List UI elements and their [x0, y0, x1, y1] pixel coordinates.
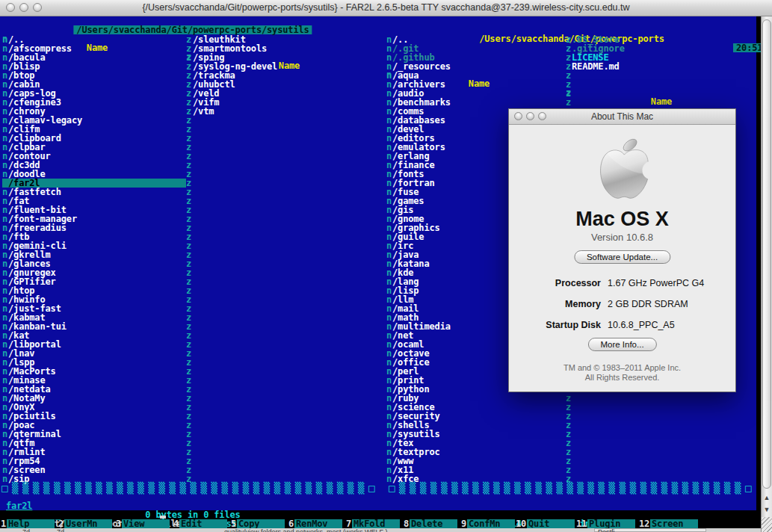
- right-panel-file-list-col2: .DS_Store.gitignoreLICENSEREADME.md: [572, 35, 625, 71]
- panel-totals-row: 0 bytes in 0 files 14 685 bytes in 4 fil…: [0, 501, 756, 510]
- copyright-line: TM and © 1983–2011 Apple Inc.: [509, 363, 735, 372]
- fkey-number: 8: [404, 519, 409, 528]
- background-text-fragment: quality/view folders and networks. most …: [224, 528, 388, 532]
- fkey-number: 9: [461, 519, 466, 528]
- file-item[interactable]: /screen: [8, 466, 186, 474]
- scroll-up-arrow-icon[interactable]: ▲: [762, 492, 772, 504]
- fkey-number: 1: [1, 519, 6, 528]
- fkey-help-button[interactable]: Help: [7, 519, 55, 528]
- background-window-sliver: 7d 7d quality/view folders and networks.…: [0, 528, 761, 532]
- col-header-name-4: Name: [651, 97, 672, 106]
- fkey-confmn-button[interactable]: ConfMn: [467, 519, 515, 528]
- file-item[interactable]: /libportal: [8, 340, 186, 349]
- os-version: Version 10.6.8: [509, 232, 735, 243]
- right-panel-file-list-col1: /../.git/.github/_resources/aqua/archive…: [392, 35, 451, 483]
- file-item[interactable]: /qterminal: [8, 430, 186, 439]
- background-text-fragment: 7d: [22, 528, 30, 532]
- file-item[interactable]: /NotaMy: [8, 394, 186, 403]
- right-panel-scroll-glyphs: □▒▒▒▒▒▒▒▒▒▒▒▒▒▒▒▒▒▒▒▒▒▒▒▒▒▒▒▒▒▒▒▒▒□: [389, 483, 756, 492]
- left-panel-file-list-col2: /sleuthkit/smartmontools/sping/syslog-ng…: [193, 35, 277, 116]
- file-item[interactable]: /GPTifier: [8, 277, 186, 286]
- spec-value: 10.6.8_PPC_A5: [608, 320, 675, 330]
- fkey-delete-button[interactable]: Delete: [410, 519, 457, 528]
- left-panel-border-column: nnnnnnnnnnnnnnnnnnnnnnnnnnnnnnnnnnnnnnnn…: [2, 35, 7, 483]
- file-item[interactable]: /freeradius: [8, 223, 186, 232]
- about-dialog-title: About This Mac: [509, 111, 735, 122]
- fkey-number: 4: [173, 519, 179, 528]
- window-scrollbar[interactable]: ▲ ▼: [761, 16, 772, 532]
- fkey-number: 5: [231, 519, 236, 528]
- panel-headers-row: /Users/svacchanda/Git/powerpc-ports/sysu…: [0, 16, 756, 25]
- file-item[interactable]: /vtm: [193, 107, 277, 116]
- window-resize-grip-icon[interactable]: [761, 517, 772, 532]
- left-panel-separator-column: zzzzzzzzzzzzzzzzzzzzzzzzzzzzzzzzzzzzzzzz…: [186, 35, 191, 483]
- fkey-copy-button[interactable]: Copy: [237, 519, 285, 528]
- spec-label: Memory: [565, 299, 601, 309]
- col-header-name-2: Name: [279, 61, 300, 70]
- background-text-fragment: 7d: [57, 528, 64, 532]
- spec-value: 2 GB DDR SDRAM: [608, 299, 688, 309]
- screen: {/Users/svacchanda/Git/powerpc-ports/sys…: [0, 0, 772, 532]
- terminal-titlebar: {/Users/svacchanda/Git/powerpc-ports/sys…: [0, 0, 772, 16]
- more-info-button[interactable]: More Info...: [587, 338, 656, 351]
- file-item[interactable]: /blisp: [8, 62, 186, 71]
- column-header-row: n Name z Name n Name z Name: [0, 25, 756, 34]
- os-name: Mac OS X: [509, 208, 735, 231]
- panel-status-row: far2l _ _ _ _ svacch staff Folder 18-09-…: [0, 492, 756, 501]
- file-item[interactable]: /kanban-tui: [8, 322, 186, 331]
- col-header-name-3: Name: [469, 79, 490, 88]
- fkey-number: 2: [58, 519, 64, 528]
- fkey-edit-button[interactable]: Edit: [179, 519, 227, 528]
- background-text-fragment: Postfi: [598, 528, 615, 532]
- fkey-number: 10: [516, 519, 526, 528]
- fkey-plugin-button[interactable]: Plugin: [587, 519, 635, 528]
- scroll-down-arrow-icon[interactable]: ▼: [762, 504, 772, 516]
- clock: 20:51: [733, 43, 761, 52]
- fkey-quit-button[interactable]: Quit: [527, 519, 575, 528]
- fkey-view-button[interactable]: View: [122, 519, 170, 528]
- middle-border-column: nnnnnnnnnnnnnnnnnnnnnnnnnnnnnnnnnnnnnnnn…: [386, 35, 392, 483]
- window-title: {/Users/svacchanda/Git/powerpc-ports/sys…: [0, 2, 772, 13]
- fkey-number: 6: [288, 519, 294, 528]
- left-panel-scroll-glyphs: □▒▒▒▒▒▒▒▒▒▒▒▒▒▒▒▒▒▒▒▒▒▒▒▒▒▒▒▒▒▒▒▒▒▒□: [1, 483, 379, 492]
- function-keybar: 1Help2UserMn3View4Edit5Copy6RenMov7MkFol…: [0, 519, 756, 528]
- scrollbar-thumb[interactable]: [762, 19, 771, 489]
- fkey-renmov-button[interactable]: RenMov: [294, 519, 342, 528]
- about-dialog-titlebar: About This Mac: [509, 109, 735, 125]
- fkey-number: 12: [639, 519, 649, 528]
- apple-logo-icon: [594, 132, 652, 206]
- fkey-usermn-button[interactable]: UserMn: [64, 519, 112, 528]
- terminal-cursor: [160, 516, 166, 519]
- fkey-screen-button[interactable]: Screen: [650, 519, 698, 528]
- left-panel-file-list-col1: /../afscompress/bacula/blisp/btop/cabin/…: [8, 35, 186, 483]
- file-item[interactable]: /fastfetch: [8, 188, 186, 197]
- panel-bottom-border-row: □▒▒▒▒▒▒▒▒▒▒▒▒▒▒▒▒▒▒▒▒▒▒▒▒▒▒▒▒▒▒▒▒▒▒□ □▒▒…: [0, 483, 756, 492]
- spec-label: Processor: [555, 278, 601, 288]
- fkey-number: 3: [116, 519, 121, 528]
- software-update-button[interactable]: Software Update...: [574, 250, 670, 264]
- spec-label: Startup Disk: [546, 320, 601, 330]
- file-item[interactable]: README.md: [572, 62, 625, 71]
- fkey-number: 11: [576, 519, 587, 528]
- file-item[interactable]: /lnav: [8, 349, 186, 358]
- spec-value: 1.67 GHz PowerPC G4: [608, 278, 704, 288]
- fkey-number: 7: [346, 519, 351, 528]
- fkey-mkfold-button[interactable]: MkFold: [352, 519, 400, 528]
- file-item[interactable]: /pciutils: [8, 412, 186, 421]
- about-this-mac-dialog: About This Mac: [508, 108, 736, 392]
- copyright-line: All Rights Reserved.: [509, 373, 735, 382]
